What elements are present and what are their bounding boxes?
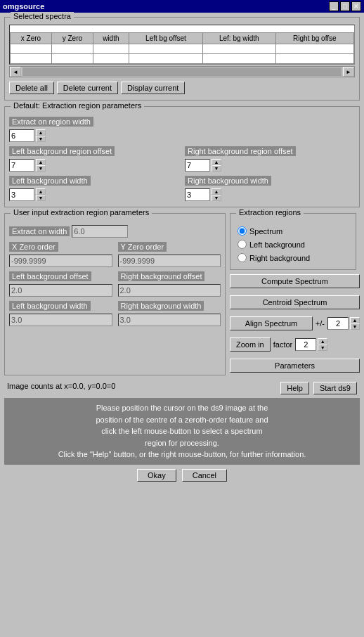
right-bg-offset-spinner: ▲ ▼: [212, 159, 221, 172]
okay-button[interactable]: Okay: [137, 469, 176, 482]
user-left-bg-width-label: Left background width: [9, 301, 91, 311]
user-left-bg-offset-input[interactable]: [9, 284, 112, 297]
cancel-button[interactable]: Cancel: [182, 469, 227, 482]
left-bg-offset-input[interactable]: [9, 159, 34, 172]
info-line-3: click the left mouse-button to select a …: [101, 427, 262, 435]
align-row: Align Spectrum +/- ▲ ▼: [230, 316, 360, 330]
x-zero-input[interactable]: [9, 255, 112, 267]
right-bg-offset-input[interactable]: [185, 159, 210, 172]
extraction-regions-panel: Extraction regions Spectrum Left backgro…: [230, 213, 356, 270]
y-zero-input[interactable]: [118, 255, 221, 267]
radio-rightbg-input[interactable]: [238, 253, 247, 262]
table-row-empty: [11, 44, 354, 54]
user-input-legend: User input extraction region parameters: [11, 208, 152, 217]
spinner-up[interactable]: ▲: [350, 317, 360, 323]
extraction-regions-legend: Extraction regions: [236, 208, 304, 217]
factor-wrap: ▲ ▼: [295, 338, 327, 351]
spinner-down[interactable]: ▼: [318, 345, 327, 351]
user-left-bg-width-input[interactable]: [9, 314, 112, 326]
centroid-spectrum-button[interactable]: Centroid Spectrum: [230, 295, 360, 309]
spinner-down[interactable]: ▼: [36, 136, 46, 142]
user-right-bg-offset-input[interactable]: [118, 284, 221, 297]
user-left-bg-offset-col: Left background offset: [9, 271, 112, 297]
spinner-up[interactable]: ▲: [36, 159, 46, 165]
col-leftbgwidth: Lef: bg width: [203, 33, 276, 44]
default-extraction-legend: Default: Extraction region parameters: [11, 101, 144, 110]
delete-all-button[interactable]: Delete all: [9, 82, 54, 94]
help-button[interactable]: Help: [280, 382, 309, 394]
radio-spectrum: Spectrum: [238, 226, 351, 236]
radio-rightbg-label: Right background: [249, 254, 310, 262]
radio-right-bg: Right background: [238, 253, 351, 262]
info-line-5: Click the "Help" button, or the right mo…: [58, 450, 306, 458]
extract-region-width-spinner: ▲ ▼: [36, 129, 46, 142]
spinner-up[interactable]: ▲: [212, 188, 221, 195]
right-bg-width-col: Right background width ▲ ▼: [185, 176, 355, 201]
info-line-2: position of the centre of a zeroth-order…: [96, 416, 268, 424]
spinner-down[interactable]: ▼: [212, 165, 221, 172]
maximize-button[interactable]: □: [340, 1, 350, 11]
info-box: Please position the cursor on the ds9 im…: [4, 398, 360, 465]
status-bar: Image counts at x=0.0, y=0.0=0 Help Star…: [4, 381, 360, 395]
spinner-up[interactable]: ▲: [212, 159, 221, 165]
left-bg-width-input[interactable]: [9, 188, 34, 201]
radio-spectrum-label: Spectrum: [249, 227, 282, 236]
spinner-down[interactable]: ▼: [350, 323, 360, 330]
user-right-bg-offset-col: Right background offset: [118, 271, 221, 297]
radio-spectrum-input[interactable]: [238, 226, 247, 236]
user-right-bg-offset-label: Right background offset: [118, 271, 205, 281]
minimize-button[interactable]: _: [329, 1, 339, 11]
scroll-right-btn[interactable]: ►: [343, 67, 354, 77]
factor-input[interactable]: [295, 338, 316, 351]
align-value-input[interactable]: [327, 317, 349, 330]
spinner-up[interactable]: ▲: [36, 129, 46, 136]
user-left-bg-offset-label: Left background offset: [9, 271, 91, 281]
zero-order-row: X Zero order Y Zero order: [9, 242, 221, 267]
delete-current-button[interactable]: Delete current: [57, 82, 118, 94]
title-bar-controls: _ □ ✕: [329, 1, 361, 11]
spinner-up[interactable]: ▲: [36, 188, 46, 195]
default-extraction-group: Default: Extraction region parameters Ex…: [4, 106, 360, 207]
selected-spectra-legend: Selected spectra: [11, 12, 74, 20]
bg-offset-row: Left background region offset ▲ ▼ Right …: [9, 146, 355, 172]
parameters-button[interactable]: Parameters: [230, 359, 360, 373]
col-yzero: y Zero: [51, 33, 93, 44]
radio-leftbg-input[interactable]: [238, 240, 247, 249]
y-zero-col: Y Zero order: [118, 242, 221, 267]
start-ds9-button[interactable]: Start ds9: [313, 382, 357, 394]
align-spectrum-button[interactable]: Align Spectrum: [230, 316, 313, 330]
align-spinner: ▲ ▼: [350, 317, 360, 330]
factor-spinner: ▲ ▼: [318, 338, 327, 351]
ok-cancel-row: Okay Cancel: [4, 469, 360, 482]
user-input-panel: User input extraction region parameters …: [4, 213, 226, 375]
zoom-in-button[interactable]: Zoom in: [230, 337, 271, 352]
user-right-bg-width-label: Right background width: [118, 301, 204, 311]
col-xzero: x Zero: [11, 33, 52, 44]
right-bg-width-label: Right background width: [185, 176, 271, 186]
right-bg-offset-col: Right background region offset ▲ ▼: [185, 146, 355, 172]
spinner-down[interactable]: ▼: [36, 195, 46, 201]
plus-minus-label: +/-: [316, 319, 325, 328]
table-row-empty2: [11, 54, 354, 64]
extract-region-width-input[interactable]: [9, 129, 34, 142]
right-bg-width-input[interactable]: [185, 188, 210, 201]
bottom-row: User input extraction region parameters …: [4, 213, 360, 375]
user-left-bg-width-col: Left background width: [9, 301, 112, 326]
close-button[interactable]: ✕: [351, 1, 361, 11]
y-zero-label: Y Zero order: [118, 242, 167, 252]
compute-spectrum-button[interactable]: Compute Spectrum: [230, 274, 360, 288]
user-right-bg-width-input[interactable]: [118, 314, 221, 326]
x-zero-col: X Zero order: [9, 242, 112, 267]
extract-width-input[interactable]: [72, 225, 128, 238]
spinner-down[interactable]: ▼: [212, 195, 221, 201]
col-width: width: [93, 33, 129, 44]
spinner-up[interactable]: ▲: [318, 338, 327, 345]
main-content: Selected spectra x Zero y Zero width Lef…: [0, 13, 364, 490]
title-bar: omgsource _ □ ✕: [0, 0, 364, 13]
spinner-down[interactable]: ▼: [36, 165, 46, 172]
display-current-button[interactable]: Display current: [121, 82, 185, 94]
radio-left-bg: Left background: [238, 240, 351, 249]
scroll-left-btn[interactable]: ◄: [10, 67, 21, 77]
factor-label: factor: [273, 340, 293, 349]
user-right-bg-width-col: Right background width: [118, 301, 221, 326]
